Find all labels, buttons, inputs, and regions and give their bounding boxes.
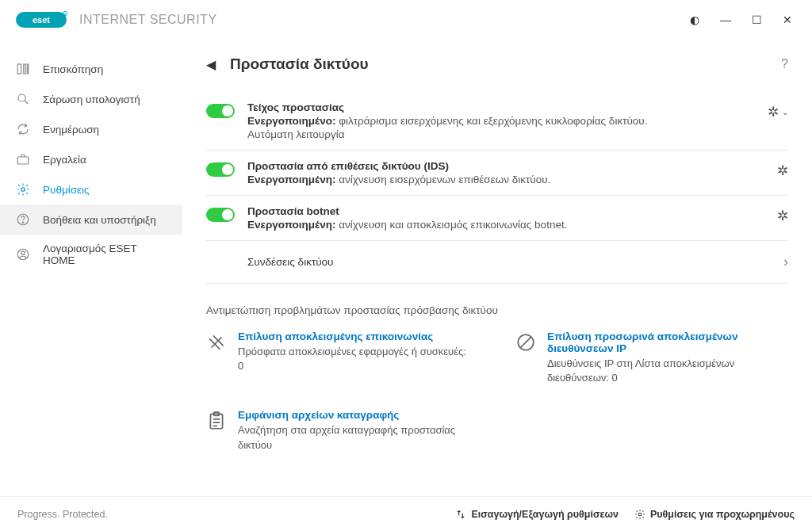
toggle-firewall[interactable] <box>206 104 235 118</box>
link-label: Συνδέσεις δικτύου <box>247 256 334 268</box>
block-icon <box>515 332 536 353</box>
svg-line-16 <box>521 338 531 348</box>
svg-point-7 <box>18 94 25 101</box>
minimize-button[interactable]: — <box>720 13 731 26</box>
back-arrow-icon[interactable]: ◀ <box>206 57 216 72</box>
protection-title: Προστασία από επιθέσεις δικτύου (IDS) <box>247 160 764 172</box>
magnifier-icon <box>16 92 30 106</box>
trouble-item-blocked-ip: Επίλυση προσωρινά αποκλεισμένων διευθύνσ… <box>515 330 777 385</box>
trouble-desc: Αναζήτηση στα αρχεία καταγραφής προστασί… <box>238 423 468 452</box>
brand: eset R INTERNET SECURITY <box>16 10 217 29</box>
sidebar: Επισκόπηση Σάρωση υπολογιστή Ενημέρωση Ε… <box>0 40 182 499</box>
protection-item-ids: Προστασία από επιθέσεις δικτύου (IDS) Εν… <box>206 151 788 196</box>
toggle-ids[interactable] <box>206 162 235 177</box>
sidebar-item-label: Σάρωση υπολογιστή <box>43 94 140 105</box>
toggle-botnet[interactable] <box>206 208 235 222</box>
link-label: Ρυθμίσεις για προχωρημένους <box>650 509 795 520</box>
refresh-icon <box>16 122 30 136</box>
question-icon <box>16 212 30 227</box>
gear-icon <box>634 509 645 520</box>
protection-mode: Αυτόματη λειτουργία <box>247 128 755 140</box>
footer: Progress. Protected. Εισαγωγή/Εξαγωγή ρυ… <box>0 496 812 531</box>
trouble-link[interactable]: Επίλυση προσωρινά αποκλεισμένων διευθύνσ… <box>547 330 777 354</box>
link-label: Εισαγωγή/Εξαγωγή ρυθμίσεων <box>471 509 619 520</box>
user-icon <box>16 247 30 262</box>
sidebar-item-label: Λογαριασμός ESET HOME <box>43 243 167 266</box>
contrast-icon[interactable]: ◐ <box>690 13 699 26</box>
sidebar-item-tools[interactable]: Εργαλεία <box>0 144 182 174</box>
sidebar-item-label: Βοήθεια και υποστήριξη <box>43 214 156 226</box>
product-name: INTERNET SECURITY <box>79 13 217 27</box>
troubleshoot-heading: Αντιμετώπιση προβλημάτων προστασίας πρόσ… <box>206 304 788 316</box>
protection-status: Ενεργοποιημένη: ανίχνευση εισερχόμενων ε… <box>247 174 764 185</box>
chevron-right-icon: › <box>783 254 788 270</box>
sidebar-item-scan[interactable]: Σάρωση υπολογιστή <box>0 84 182 114</box>
sidebar-item-label: Επισκόπηση <box>43 63 103 75</box>
trouble-desc: Πρόσφατα αποκλεισμένες εφαρμογές ή συσκε… <box>238 345 468 373</box>
svg-point-10 <box>21 188 25 192</box>
gear-dropdown[interactable]: ✲ ⌄ <box>768 104 788 120</box>
trouble-link[interactable]: Επίλυση αποκλεισμένης επικοινωνίας <box>238 330 468 342</box>
svg-rect-5 <box>24 64 25 74</box>
main-panel: ◀ Προστασία δικτύου ? Τείχος προστασίας … <box>182 40 812 499</box>
sidebar-item-label: Εργαλεία <box>43 154 86 166</box>
chevron-down-icon: ⌄ <box>782 108 788 117</box>
tagline: Progress. Protected. <box>17 509 108 520</box>
sidebar-item-label: Ενημέρωση <box>43 124 99 136</box>
gear-button[interactable]: ✲ <box>777 162 788 179</box>
svg-rect-6 <box>27 64 29 74</box>
sidebar-item-account[interactable]: Λογαριασμός ESET HOME <box>0 235 182 274</box>
wrench-icon <box>206 332 227 353</box>
protection-status: Ενεργοποιημένο: φιλτράρισμα εισερχόμενης… <box>247 115 755 127</box>
help-icon[interactable]: ? <box>781 57 788 71</box>
sidebar-item-settings[interactable]: Ρυθμίσεις <box>0 174 182 204</box>
sidebar-item-label: Ρυθμίσεις <box>43 184 90 196</box>
protection-item-botnet: Προστασία botnet Ενεργοποιημένη: ανίχνευ… <box>206 196 788 241</box>
maximize-button[interactable]: ☐ <box>752 13 762 26</box>
svg-text:R: R <box>64 13 67 17</box>
briefcase-icon <box>16 152 30 166</box>
gear-icon <box>16 182 30 197</box>
svg-line-8 <box>25 101 28 104</box>
gear-icon: ✲ <box>777 208 788 224</box>
close-button[interactable]: ✕ <box>783 13 792 26</box>
svg-text:eset: eset <box>33 15 50 25</box>
protection-list: Τείχος προστασίας Ενεργοποιημένο: φιλτρά… <box>206 92 788 241</box>
titlebar: eset R INTERNET SECURITY ◐ — ☐ ✕ <box>0 0 812 40</box>
import-export-link[interactable]: Εισαγωγή/Εξαγωγή ρυθμίσεων <box>455 509 619 520</box>
trouble-item-blocked-comm: Επίλυση αποκλεισμένης επικοινωνίας Πρόσφ… <box>206 330 468 385</box>
sidebar-item-help[interactable]: Βοήθεια και υποστήριξη <box>0 204 182 235</box>
advanced-settings-link[interactable]: Ρυθμίσεις για προχωρημένους <box>634 509 795 520</box>
eset-logo: eset R <box>16 10 73 29</box>
svg-rect-4 <box>17 64 21 74</box>
gear-icon: ✲ <box>777 162 788 179</box>
window-controls: ◐ — ☐ ✕ <box>690 13 804 26</box>
protection-status: Ενεργοποιημένη: ανίχνευση και αποκλεισμό… <box>247 219 764 231</box>
trouble-desc: Διευθύνσεις IP στη Λίστα αποκλεισμένων δ… <box>547 357 777 385</box>
svg-rect-9 <box>17 157 29 164</box>
trouble-item-logs: Εμφάνιση αρχείων καταγραφής Αναζήτηση στ… <box>206 409 468 452</box>
overview-icon <box>16 62 30 76</box>
clipboard-icon <box>206 411 227 431</box>
protection-item-firewall: Τείχος προστασίας Ενεργοποιημένο: φιλτρά… <box>206 92 788 151</box>
protection-title: Προστασία botnet <box>247 205 764 217</box>
svg-point-22 <box>638 513 642 516</box>
gear-button[interactable]: ✲ <box>777 208 788 224</box>
sidebar-item-update[interactable]: Ενημέρωση <box>0 114 182 144</box>
troubleshoot-grid: Επίλυση αποκλεισμένης επικοινωνίας Πρόσφ… <box>206 330 788 453</box>
protection-title: Τείχος προστασίας <box>247 101 755 113</box>
trouble-link[interactable]: Εμφάνιση αρχείων καταγραφής <box>238 409 468 421</box>
network-connections-link[interactable]: Συνδέσεις δικτύου › <box>206 241 788 284</box>
page-title: Προστασία δικτύου <box>230 55 369 73</box>
sidebar-item-overview[interactable]: Επισκόπηση <box>0 54 182 84</box>
page-header: ◀ Προστασία δικτύου ? <box>206 55 788 73</box>
svg-point-14 <box>21 251 25 255</box>
svg-point-12 <box>22 222 23 223</box>
gear-icon: ✲ <box>768 104 779 120</box>
import-export-icon <box>455 509 466 520</box>
